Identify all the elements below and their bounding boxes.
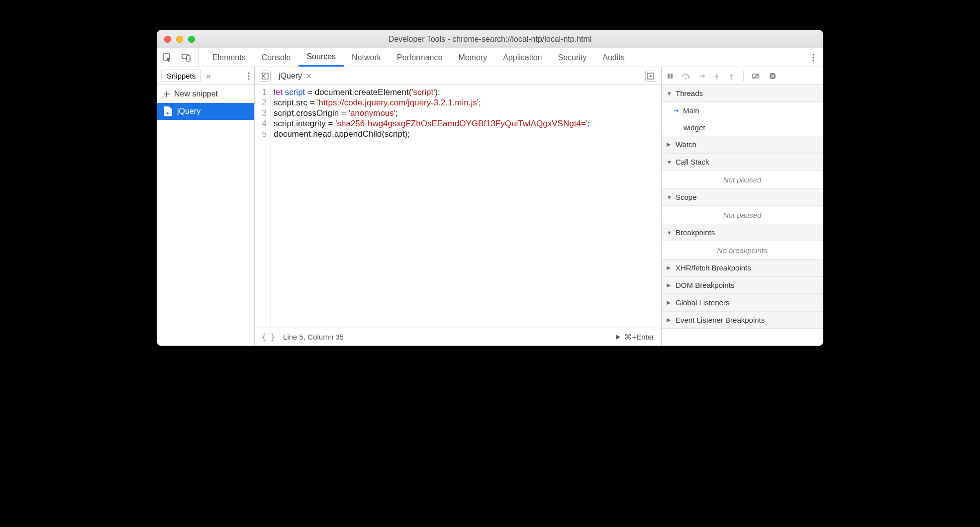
tab-network[interactable]: Network <box>344 48 389 67</box>
navigator-tab-snippets[interactable]: Snippets <box>161 70 201 82</box>
chevron-down-icon: ▼ <box>667 90 673 96</box>
editor-tab-label: jQuery <box>279 72 302 81</box>
global-listeners-section-header[interactable]: ▶Global Listeners <box>662 294 823 311</box>
pretty-print-icon[interactable]: { } <box>262 333 275 342</box>
chevron-down-icon: ▼ <box>667 230 673 236</box>
devtools-toolbar: Elements Console Sources Network Perform… <box>157 48 823 67</box>
snippet-item-jquery[interactable]: jQuery <box>157 103 254 120</box>
run-hint: ⌘+Enter <box>624 333 654 342</box>
tab-security[interactable]: Security <box>550 48 594 67</box>
watch-section-header[interactable]: ▶Watch <box>662 136 823 153</box>
tab-memory[interactable]: Memory <box>450 48 495 67</box>
tab-console[interactable]: Console <box>254 48 299 67</box>
step-out-icon[interactable] <box>728 73 735 80</box>
debugger-toolbar <box>662 67 823 85</box>
kebab-menu-icon[interactable] <box>812 53 815 63</box>
svg-point-4 <box>812 57 814 58</box>
navigator-kebab-icon[interactable] <box>247 72 250 81</box>
chevron-right-icon: ▶ <box>667 264 673 271</box>
cursor-position: Line 5, Column 35 <box>283 333 344 341</box>
window-titlebar: Developer Tools - chrome-search://local-… <box>157 30 823 48</box>
thread-main[interactable]: ➔Main <box>662 102 823 119</box>
svg-rect-12 <box>671 74 673 79</box>
navigator-tabs-bar: Snippets » <box>157 67 254 85</box>
svg-rect-18 <box>773 75 774 78</box>
device-toolbar-icon[interactable] <box>181 53 191 63</box>
editor-footer: { } Line 5, Column 35 ⌘+Enter <box>255 328 661 346</box>
plus-icon <box>163 90 170 97</box>
pause-on-exceptions-icon[interactable] <box>769 72 777 80</box>
editor-tab-jquery[interactable]: jQuery ✕ <box>276 72 315 81</box>
svg-point-15 <box>731 78 733 79</box>
devtools-window: Developer Tools - chrome-search://local-… <box>157 30 823 346</box>
thread-widget[interactable]: widget <box>662 119 823 136</box>
breakpoints-empty: No breakpoints <box>662 241 823 259</box>
chevron-down-icon: ▼ <box>667 194 673 200</box>
chevron-right-icon: ▶ <box>667 299 673 306</box>
svg-point-8 <box>248 78 250 80</box>
xhr-breakpoints-section-header[interactable]: ▶XHR/fetch Breakpoints <box>662 260 823 276</box>
svg-rect-11 <box>668 74 670 79</box>
scope-empty: Not paused <box>662 206 823 224</box>
editor-panel: jQuery ✕ 1 2 3 4 5 let script = document… <box>255 67 662 346</box>
step-over-icon[interactable] <box>682 73 690 80</box>
new-snippet-button[interactable]: New snippet <box>157 85 254 103</box>
line-gutter: 1 2 3 4 5 <box>255 87 271 328</box>
navigator-toggle-button[interactable] <box>260 71 271 82</box>
chevron-right-icon: ▶ <box>667 317 673 323</box>
callstack-empty: Not paused <box>662 171 823 188</box>
inspect-element-icon[interactable] <box>162 53 172 63</box>
svg-point-6 <box>248 72 250 74</box>
svg-point-14 <box>716 78 718 79</box>
current-thread-arrow-icon: ➔ <box>674 107 679 114</box>
step-in-icon[interactable] <box>713 73 720 80</box>
threads-section-header[interactable]: ▼Threads <box>662 85 823 102</box>
svg-point-13 <box>685 78 686 79</box>
snippet-file-icon <box>164 106 172 116</box>
navigator-more-tabs-icon[interactable]: » <box>206 72 210 81</box>
chevron-right-icon: ▶ <box>667 141 673 148</box>
tab-sources[interactable]: Sources <box>298 48 344 67</box>
svg-point-7 <box>248 75 250 77</box>
debugger-sidebar: ▼Threads ➔Main widget ▶Watch ▼Call Stack… <box>662 67 823 346</box>
snippet-item-label: jQuery <box>177 107 200 116</box>
svg-rect-2 <box>187 56 190 61</box>
panel-tabs: Elements Console Sources Network Perform… <box>204 48 633 67</box>
chevron-down-icon: ▼ <box>667 159 673 165</box>
debugger-toggle-button[interactable] <box>645 71 656 82</box>
code-editor[interactable]: 1 2 3 4 5 let script = document.createEl… <box>255 85 661 328</box>
step-into-icon[interactable] <box>698 73 705 80</box>
tab-elements[interactable]: Elements <box>204 48 254 67</box>
run-snippet-icon[interactable] <box>614 334 621 341</box>
event-listener-breakpoints-section-header[interactable]: ▶Event Listener Breakpoints <box>662 312 823 329</box>
callstack-section-header[interactable]: ▼Call Stack <box>662 154 823 171</box>
editor-tabs-bar: jQuery ✕ <box>255 67 661 85</box>
svg-rect-17 <box>772 75 773 78</box>
dom-breakpoints-section-header[interactable]: ▶DOM Breakpoints <box>662 277 823 294</box>
code-content: let script = document.createElement('scr… <box>271 87 590 328</box>
window-title: Developer Tools - chrome-search://local-… <box>157 35 823 44</box>
svg-point-5 <box>812 60 814 61</box>
breakpoints-section-header[interactable]: ▼Breakpoints <box>662 224 823 241</box>
tab-performance[interactable]: Performance <box>389 48 451 67</box>
navigator-sidebar: Snippets » New snippet jQuery <box>157 67 255 346</box>
deactivate-breakpoints-icon[interactable] <box>752 73 761 80</box>
svg-point-3 <box>812 54 814 55</box>
close-tab-icon[interactable]: ✕ <box>306 72 312 80</box>
pause-icon[interactable] <box>667 73 674 80</box>
new-snippet-label: New snippet <box>174 89 218 98</box>
tab-audits[interactable]: Audits <box>594 48 632 67</box>
chevron-right-icon: ▶ <box>667 282 673 288</box>
scope-section-header[interactable]: ▼Scope <box>662 189 823 206</box>
tab-application[interactable]: Application <box>495 48 550 67</box>
